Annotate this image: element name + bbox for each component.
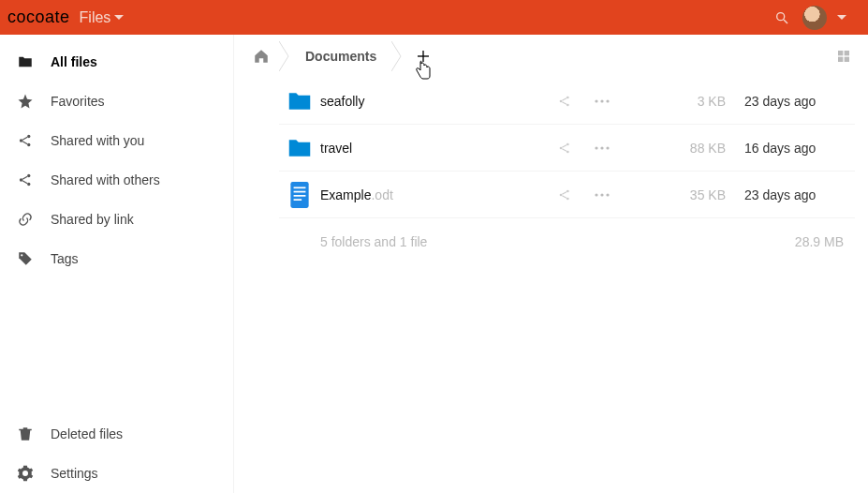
svg-rect-39 (294, 199, 302, 201)
svg-line-23 (562, 101, 566, 104)
svg-point-40 (560, 193, 563, 196)
sidebar-item-label: Tags (51, 251, 79, 266)
gear-icon (17, 465, 34, 482)
home-icon (253, 48, 270, 65)
svg-point-21 (566, 103, 569, 106)
svg-point-2 (20, 139, 22, 142)
sidebar-item-shared-with-others[interactable]: Shared with others (0, 160, 233, 200)
svg-point-29 (566, 150, 569, 153)
svg-rect-18 (845, 57, 849, 62)
folder-icon (17, 53, 34, 70)
trash-icon (17, 426, 34, 442)
breadcrumb-current[interactable]: Documents (294, 49, 388, 64)
plus-icon (416, 49, 431, 64)
sidebar-item-settings[interactable]: Settings (0, 454, 233, 493)
svg-point-25 (600, 99, 603, 102)
svg-point-32 (595, 146, 597, 149)
summary-size: 28.9 MB (621, 234, 855, 249)
svg-rect-38 (294, 195, 306, 197)
svg-point-45 (595, 193, 597, 196)
file-size: 35 KB (621, 187, 733, 202)
app-name-label: Files (80, 9, 111, 26)
tag-icon (17, 250, 34, 267)
svg-line-44 (562, 195, 566, 198)
grid-icon (836, 49, 851, 64)
svg-point-41 (566, 189, 569, 192)
breadcrumb-separator-icon (388, 41, 406, 71)
search-button[interactable] (767, 10, 797, 25)
row-menu-button[interactable] (583, 99, 621, 103)
svg-line-1 (784, 20, 787, 23)
svg-line-6 (22, 142, 27, 144)
star-icon (17, 93, 34, 110)
svg-point-4 (27, 143, 30, 146)
svg-line-11 (22, 181, 27, 184)
svg-point-24 (595, 99, 597, 102)
share-button[interactable] (546, 187, 583, 202)
svg-point-9 (27, 183, 30, 186)
breadcrumb-home[interactable] (247, 35, 275, 78)
svg-point-0 (777, 12, 785, 20)
file-name[interactable]: seafolly (320, 94, 364, 109)
sidebar-item-label: Shared with you (51, 133, 144, 148)
sidebar-item-label: Shared with others (51, 172, 160, 187)
sidebar-item-shared-with-you[interactable]: Shared with you (0, 121, 233, 160)
chevron-down-icon (114, 15, 124, 21)
sidebar-item-all-files[interactable]: All files (0, 42, 233, 82)
file-name[interactable]: travel (320, 141, 352, 156)
file-size: 3 KB (621, 94, 733, 109)
file-date: 23 days ago (733, 94, 855, 109)
sidebar-item-favorites[interactable]: Favorites (0, 82, 233, 121)
app-switcher[interactable]: Files (80, 9, 125, 26)
svg-point-7 (20, 178, 22, 181)
sidebar-item-label: All files (51, 54, 97, 69)
row-menu-button[interactable] (583, 146, 621, 150)
svg-point-28 (566, 142, 569, 145)
sidebar-item-deleted-files[interactable]: Deleted files (0, 414, 233, 454)
svg-point-26 (606, 99, 609, 102)
svg-line-30 (562, 144, 566, 147)
link-icon (17, 211, 34, 228)
file-row[interactable]: travel 88 KB 16 days ago (279, 125, 855, 172)
file-date: 23 days ago (733, 187, 855, 202)
svg-line-31 (562, 148, 566, 151)
svg-rect-36 (294, 187, 306, 188)
svg-line-22 (562, 97, 566, 100)
sidebar-item-label: Settings (51, 466, 98, 481)
file-summary: 5 folders and 1 file 28.9 MB (279, 218, 855, 265)
svg-point-8 (27, 174, 30, 177)
view-toggle-grid[interactable] (832, 49, 855, 64)
svg-point-33 (600, 146, 603, 149)
file-name[interactable]: Example (320, 187, 371, 202)
file-date: 16 days ago (733, 141, 855, 156)
folder-icon (279, 87, 320, 115)
share-button[interactable] (546, 94, 583, 109)
new-button[interactable] (406, 35, 440, 78)
svg-rect-37 (294, 190, 306, 192)
sidebar-item-tags[interactable]: Tags (0, 239, 233, 278)
svg-point-42 (566, 197, 569, 200)
svg-point-34 (606, 146, 609, 149)
svg-point-19 (560, 99, 563, 102)
share-icon (17, 132, 34, 149)
svg-point-27 (560, 146, 563, 149)
file-row[interactable]: seafolly 3 KB 23 days ago (279, 78, 855, 125)
svg-point-12 (21, 254, 22, 256)
svg-line-5 (22, 137, 27, 140)
svg-point-3 (27, 135, 30, 138)
svg-point-47 (606, 193, 609, 196)
user-menu-caret[interactable] (827, 15, 857, 21)
share-button[interactable] (546, 141, 583, 156)
svg-line-10 (22, 176, 27, 179)
share-icon (17, 172, 34, 188)
file-size: 88 KB (621, 141, 733, 156)
avatar[interactable] (802, 6, 827, 30)
row-menu-button[interactable] (583, 193, 621, 197)
svg-point-46 (600, 193, 603, 196)
document-icon (279, 181, 320, 209)
svg-rect-16 (845, 51, 849, 55)
file-row[interactable]: Example.odt 35 KB 23 days ago (279, 172, 855, 218)
svg-line-43 (562, 191, 566, 194)
sidebar-item-shared-by-link[interactable]: Shared by link (0, 200, 233, 239)
folder-icon (279, 134, 320, 162)
